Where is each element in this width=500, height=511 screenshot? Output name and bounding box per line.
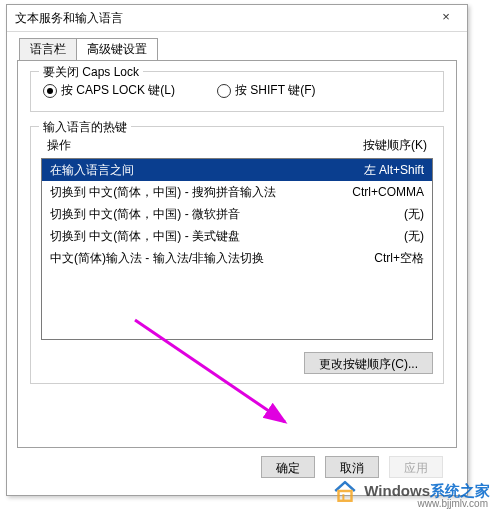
radio-dot-icon — [217, 84, 231, 98]
cell-keys: Ctrl+空格 — [374, 249, 424, 267]
watermark-url: www.bjjmlv.com — [418, 498, 488, 509]
cell-keys: (无) — [404, 205, 424, 223]
change-key-sequence-button[interactable]: 更改按键顺序(C)... — [304, 352, 433, 374]
col-action: 操作 — [47, 137, 71, 154]
cell-action: 中文(简体)输入法 - 输入法/非输入法切换 — [50, 249, 264, 267]
client-area: 语言栏 高级键设置 要关闭 Caps Lock 按 CAPS LOCK 键(L)… — [7, 32, 467, 478]
cell-action: 切换到 中文(简体，中国) - 美式键盘 — [50, 227, 240, 245]
list-item[interactable]: 切换到 中文(简体，中国) - 微软拼音 (无) — [42, 203, 432, 225]
group-hotkeys: 输入语言的热键 操作 按键顺序(K) 在输入语言之间 左 Alt+Shift 切… — [30, 126, 444, 384]
watermark-brand-en: Windows — [364, 482, 430, 499]
radio-capslock-label: 按 CAPS LOCK 键(L) — [61, 82, 175, 99]
cell-action: 切换到 中文(简体，中国) - 微软拼音 — [50, 205, 240, 223]
cell-keys: 左 Alt+Shift — [364, 161, 424, 179]
hotkey-list[interactable]: 在输入语言之间 左 Alt+Shift 切换到 中文(简体，中国) - 搜狗拼音… — [41, 158, 433, 340]
list-item[interactable]: 切换到 中文(简体，中国) - 美式键盘 (无) — [42, 225, 432, 247]
cell-action: 在输入语言之间 — [50, 161, 134, 179]
col-keys: 按键顺序(K) — [363, 137, 427, 154]
dialog-window: 文本服务和输入语言 × 语言栏 高级键设置 要关闭 Caps Lock 按 CA… — [6, 4, 468, 496]
window-title: 文本服务和输入语言 — [15, 5, 123, 31]
titlebar: 文本服务和输入语言 × — [7, 5, 467, 32]
list-header: 操作 按键顺序(K) — [41, 135, 433, 158]
cell-keys: (无) — [404, 227, 424, 245]
group-capslock: 要关闭 Caps Lock 按 CAPS LOCK 键(L) 按 SHIFT 键… — [30, 71, 444, 112]
group-hotkeys-legend: 输入语言的热键 — [39, 119, 131, 136]
svg-rect-1 — [339, 491, 352, 501]
change-btn-wrap: 更改按键顺序(C)... — [41, 352, 433, 374]
tab-language-bar[interactable]: 语言栏 — [19, 38, 77, 60]
radio-capslock-key[interactable]: 按 CAPS LOCK 键(L) — [43, 82, 175, 99]
group-capslock-legend: 要关闭 Caps Lock — [39, 64, 143, 81]
cell-keys: Ctrl+COMMA — [352, 183, 424, 201]
house-logo-icon — [332, 478, 358, 504]
tab-advanced-keys[interactable]: 高级键设置 — [76, 38, 158, 60]
radio-shift-key[interactable]: 按 SHIFT 键(F) — [217, 82, 315, 99]
cell-action: 切换到 中文(简体，中国) - 搜狗拼音输入法 — [50, 183, 276, 201]
tab-strip: 语言栏 高级键设置 — [17, 38, 457, 60]
watermark-brand-zh: 系统之家 — [430, 482, 490, 499]
radio-dot-icon — [43, 84, 57, 98]
list-item[interactable]: 切换到 中文(简体，中国) - 搜狗拼音输入法 Ctrl+COMMA — [42, 181, 432, 203]
list-item[interactable]: 中文(简体)输入法 - 输入法/非输入法切换 Ctrl+空格 — [42, 247, 432, 269]
list-item[interactable]: 在输入语言之间 左 Alt+Shift — [42, 159, 432, 181]
close-button[interactable]: × — [429, 8, 463, 28]
capslock-radios: 按 CAPS LOCK 键(L) 按 SHIFT 键(F) — [43, 82, 431, 99]
radio-shift-label: 按 SHIFT 键(F) — [235, 82, 315, 99]
tab-page-advanced: 要关闭 Caps Lock 按 CAPS LOCK 键(L) 按 SHIFT 键… — [17, 60, 457, 448]
